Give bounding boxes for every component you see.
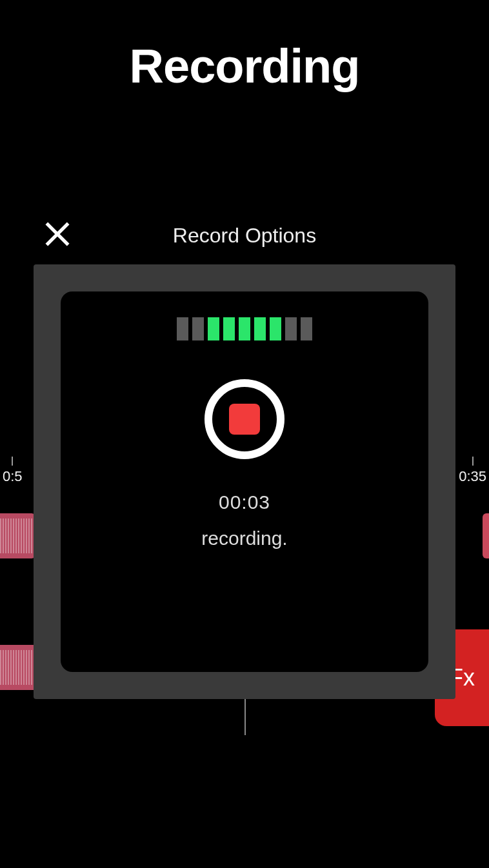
modal-inner: 00:03 recording. — [61, 291, 428, 672]
level-segment — [223, 317, 235, 340]
recording-status: recording. — [201, 528, 287, 549]
record-options-modal: Record Options 00:03 recording. — [34, 206, 455, 699]
level-segment — [285, 317, 297, 340]
tick-mark — [12, 457, 13, 466]
stop-icon — [229, 404, 260, 435]
waveform-clip[interactable] — [0, 513, 35, 558]
modal-title: Record Options — [173, 224, 316, 248]
waveform-clip[interactable] — [483, 513, 489, 558]
playhead — [245, 696, 246, 735]
stop-record-button[interactable] — [205, 379, 284, 459]
level-segment — [208, 317, 219, 340]
level-segment — [239, 317, 250, 340]
level-meter — [177, 317, 312, 340]
elapsed-time: 00:03 — [219, 491, 270, 513]
tick-label-right: 0:35 — [459, 468, 486, 485]
waveform-clip[interactable] — [0, 645, 39, 690]
level-segment — [192, 317, 204, 340]
close-icon — [41, 218, 74, 250]
level-segment — [301, 317, 312, 340]
modal-outer: 00:03 recording. — [34, 264, 455, 699]
tick-mark — [472, 457, 474, 466]
page-title: Recording — [0, 0, 489, 94]
tick-label-left: 0:5 — [3, 468, 23, 485]
level-segment — [270, 317, 281, 340]
level-segment — [254, 317, 266, 340]
level-segment — [177, 317, 188, 340]
close-button[interactable] — [41, 218, 74, 250]
modal-header: Record Options — [34, 206, 455, 264]
